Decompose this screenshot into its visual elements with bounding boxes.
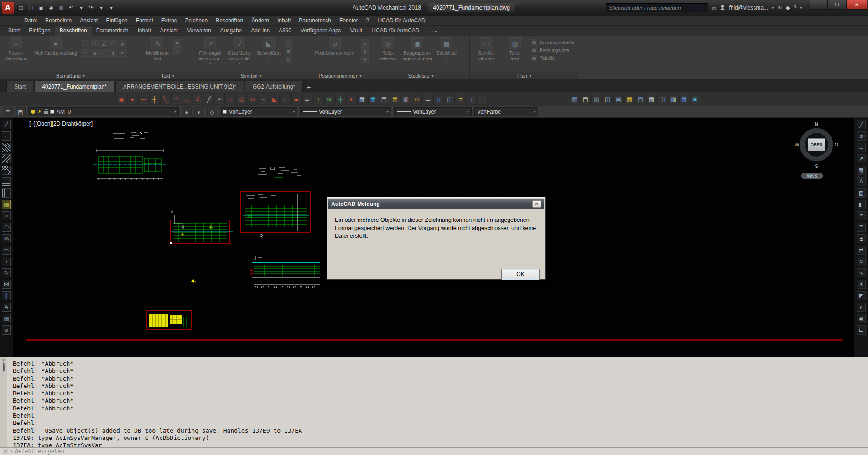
viewcube-west[interactable]: W [795,142,799,147]
ellipse-tool-icon[interactable]: ◎ [2,234,11,243]
single-line-text-icon[interactable]: A [173,39,181,47]
layer-tool-icon[interactable]: ▦ [2,200,11,209]
ribbon-tab-ansicht[interactable]: Ansicht [156,26,182,36]
arc-bottom-icon[interactable]: ◡ [182,94,192,104]
thread-lines-icon[interactable]: ≣ [259,94,269,104]
measure-icon[interactable]: ⌀ [857,131,866,141]
ribbon-tab-beschriften[interactable]: Beschriften [55,26,92,36]
plotstyle-dropdown[interactable]: VonFarbe ▾ [474,107,538,116]
ribbon-collapse-icon[interactable]: ▭ [429,29,433,34]
rectangle-tool-icon[interactable]: ▭ [2,246,11,255]
layer-isolate-icon[interactable]: ◐ [194,107,204,116]
balloon-tool-icon[interactable]: ⊙ [412,94,422,104]
command-input[interactable] [15,448,868,455]
ribbon-button-power-bemaßung[interactable]: ↔Power- Bemaßung [3,37,29,61]
panel-footer-text[interactable]: Text▾ [141,72,194,79]
spell-check-icon[interactable]: √ [173,47,181,55]
table-style-11-icon[interactable]: ▦ [679,94,689,104]
panel-footer-bemaßung[interactable]: Bemaßung▾ [0,72,141,79]
point-style-icon[interactable]: ● [127,94,137,104]
redo-icon[interactable]: ↷ [87,3,96,12]
ribbon-button-positionsnummern[interactable]: ⊙Positionsnummern [311,37,359,56]
render-icon[interactable]: ◐ [857,303,866,312]
leader-icon[interactable]: ↗ [857,154,866,163]
command-customize-icon[interactable] [3,362,5,372]
pan-icon[interactable]: ⇄ [857,246,866,255]
bolt-circle-icon[interactable]: ◎ [237,94,247,104]
radius-dim-icon[interactable]: ◠ [109,40,117,47]
centerline-icon[interactable]: ─ [138,94,148,104]
hatch-ansi37-icon[interactable] [2,154,11,163]
table-style-1-icon[interactable]: ▦ [570,94,580,104]
command-history[interactable]: Befehl: *Abbruch*Befehl: *Abbruch*Befehl… [0,357,868,450]
break-symbol-icon[interactable]: ≈ [215,94,225,104]
layer-state-icon[interactable]: ▤ [16,107,26,116]
ribbon-tab-inhalt[interactable]: Inhalt [133,26,155,36]
hatch-tool-icon[interactable]: ▰ [291,94,301,104]
ok-button[interactable]: OK [501,269,540,280]
viewport-controls[interactable]: [−][Oben][2D-Drahtkörper] [29,120,93,127]
balloon-collect-icon[interactable]: ⊚ [361,47,369,55]
viewcube-north[interactable]: N [815,121,818,127]
ribbon-button-schweißen[interactable]: ◣Schweißen▾ [255,37,282,60]
ribbon-tab-einfügen[interactable]: Einfügen [24,26,55,36]
materials-icon[interactable]: ◩ [857,291,866,300]
menu-item-item[interactable]: ? [362,16,374,26]
ribbon-button-baugruppen-eigenschaften[interactable]: ▣Baugruppen- eigenschaften [404,37,431,61]
bom-table-icon[interactable]: ▦ [368,94,378,104]
line-tool-icon[interactable]: ╱ [2,120,11,129]
frame-tool-icon[interactable]: ▭ [423,94,433,104]
layer-properties-icon[interactable]: ≣ [3,107,13,116]
linear-dim-icon[interactable]: ↔ [82,40,89,47]
command-prompt-icon[interactable]: > [3,449,8,454]
a360-sync-icon[interactable]: ↻ [777,5,782,11]
viewcube[interactable]: N W O S OBEN [795,121,837,173]
move-tool-icon[interactable]: + [2,257,11,266]
measure-tool-icon[interactable]: ⌀ [2,325,11,335]
minimize-button[interactable]: — [810,0,828,10]
balloon-add-icon[interactable]: ⊙ [361,39,369,47]
rotate-tool-icon[interactable]: ↻ [2,268,11,277]
ribbon-tab-ausgabe[interactable]: Ausgabe [216,26,246,36]
camera-icon[interactable]: ◉ [857,314,866,323]
panel-footer-positionsnummer[interactable]: Positionsnummer▾ [308,72,372,79]
annotation-view-icon[interactable]: ◔ [478,94,488,104]
layers-icon[interactable]: ≡ [857,211,866,220]
add-object-icon[interactable]: + [313,94,323,104]
table-style-12-icon[interactable]: ▣ [690,94,700,104]
section-icon[interactable]: ∿ [857,268,866,277]
title-border-icon[interactable]: ▥ [401,94,411,104]
help-icon[interactable]: ? [794,5,797,11]
table-tool-icon[interactable]: ▦ [357,94,367,104]
orbit-icon[interactable]: ↻ [857,257,866,266]
file-tab-gg2-aufstellung[interactable]: GG2-Aufstellung* [245,81,303,92]
close-button[interactable]: × [846,0,867,10]
edit-markup-icon[interactable]: ╱ [857,120,866,129]
ribbon-button-passungsliste[interactable]: ▦Passungsliste [531,47,574,53]
ribbon-button-teile-referenz[interactable]: ◎Teile- referenz [375,37,401,61]
chamfer-icon[interactable]: ◣ [270,94,280,104]
hatch-horizontal-icon[interactable] [2,177,11,186]
table-icon[interactable]: ▦ [857,166,866,175]
signin-account[interactable]: fhld@viessma... [729,5,768,11]
ribbon-button-bohrungstabelle[interactable]: ▦Bohrungstabelle [531,39,574,46]
command-recent-caret-icon[interactable]: ▾ [10,449,13,454]
menu-item-parametrisch[interactable]: Parametrisch [295,16,335,26]
binoculars-search-icon[interactable]: ∞ [712,5,716,11]
redo-caret-icon[interactable]: ▾ [97,3,106,12]
linetype-dropdown[interactable]: VonLayer ▾ [300,107,391,116]
file-tab-arrangement-boile-essing-unit-9-2[interactable]: ARRANGEMENT BOILE...ESSING UNIT-9(2)* [115,81,244,92]
star-tool-icon[interactable]: ∗ [346,94,356,104]
dialog-titlebar[interactable]: AutoCAD-Meldung × [328,199,544,209]
zone-marker-icon[interactable]: ◫ [445,94,455,104]
menu-item-ansicht[interactable]: Ansicht [76,16,102,26]
ribbon-tab-start[interactable]: Start [4,26,24,36]
diameter-dim-icon[interactable]: ⌀ [119,40,126,47]
open-file-icon[interactable]: ◱ [26,3,36,12]
ribbon-collapse-caret-icon[interactable]: ▾ [435,29,437,34]
ribbon-button-multilinien-text[interactable]: AMultilinien- text [144,37,171,61]
menu-item-bearbeiten[interactable]: Bearbeiten [41,16,76,26]
centermark-icon[interactable]: ┼ [149,94,159,104]
menu-item-ändern[interactable]: Ändern [247,16,273,26]
table-style-7-icon[interactable]: ▤ [635,94,645,104]
